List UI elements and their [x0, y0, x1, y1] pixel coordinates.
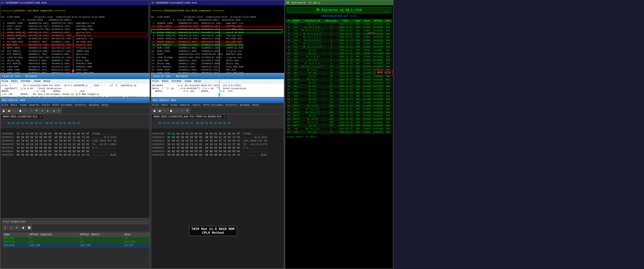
hex-toolbar-2[interactable]: 💾 📂 ✂ 📋 ↩ ↪ 🔍 — [151, 107, 284, 114]
toolbar-btn-2[interactable]: 💾 — [152, 108, 157, 113]
mce-cell: 0xEF000 — [372, 127, 384, 131]
toolbar-btn[interactable]: ⬇ — [56, 108, 62, 113]
mce-row: 321067710 (4)7052008-04-28PRD0x10000x5E0… — [286, 124, 392, 127]
toolbar-btn[interactable]: ▶ — [45, 108, 50, 113]
hex-menu-history-2[interactable]: History — [226, 104, 237, 107]
toolbar-btn[interactable]: 💾 — [1, 108, 6, 113]
hex-toolbar-1[interactable]: 💾 📂 ✂ 📋 ↩ ↪ 🔍 ⚙ ▶ ◀ ⬇ — [1, 107, 149, 114]
hex-menu-search-2[interactable]: Search — [180, 104, 190, 107]
toolbar-btn-2[interactable]: ↩ — [174, 108, 179, 113]
toolbar-btn-2[interactable]: 📋 — [168, 108, 173, 113]
mce-cell: PRD — [354, 91, 362, 95]
hex-menu-tools[interactable]: Tools — [42, 104, 50, 107]
mce-cell: 0x1000 — [362, 105, 372, 108]
mce-cell: 0x1000 — [362, 88, 372, 91]
hex-tab-2[interactable]: 0086-2022_v11601702_mod-for-TRIM-in-RAID… — [151, 114, 228, 119]
hex-menu-edit[interactable]: Edit — [11, 104, 17, 107]
toolbar-btn[interactable]: ↪ — [29, 108, 34, 113]
mce-cell: 6F9 — [291, 82, 300, 85]
mce-cell: 6F2 — [291, 88, 300, 91]
notepad-menubar-2[interactable]: File Edit Format View Help — [151, 79, 284, 83]
mce-window[interactable]: MC Extractor v1.34.1 MC Extractor v1.34.… — [285, 0, 393, 269]
mce-cell: 1067A — [291, 108, 300, 111]
notepad-menu-edit-2[interactable]: Edit — [162, 80, 168, 83]
hex-menu-tools-2[interactable]: Tools — [192, 104, 201, 107]
mce-cell: 10 (4) — [300, 101, 325, 105]
notepad-menu-file[interactable]: File — [2, 80, 8, 83]
hex-menu-window-2[interactable]: Window — [240, 104, 250, 107]
notepad-menu-file-2[interactable]: File — [152, 80, 159, 83]
mce-cell: 04 (2) — [300, 49, 325, 52]
mce-cell: Yes — [384, 131, 392, 134]
fc-btn[interactable]: ⬆ — [3, 225, 8, 230]
hex-menu-file-2[interactable]: File — [152, 104, 159, 107]
hex-header-1: 00 01 02 03 04 05 06 07 08 09 0a 0b 0c 0… — [1, 119, 149, 128]
hex-menubar-1[interactable]: File Edit View Search Tools NTFS Streams… — [1, 103, 149, 107]
notepad-menu-help-2[interactable]: Help — [194, 80, 201, 83]
toolbar-btn[interactable]: ↩ — [23, 108, 28, 113]
mce-row: 4F439D (0,2,3,4,7)52005-04-21PRD0x8000x4… — [286, 32, 392, 36]
mce-cell: 3 — [325, 29, 338, 32]
hex-tab-close-2[interactable]: ✕ — [224, 115, 226, 118]
fc-btn[interactable]: ⬇ — [9, 225, 14, 230]
hex-editor-1[interactable]: Hex Editor Neo File Edit View Search Too… — [0, 97, 150, 269]
toolbar-btn[interactable]: ◀ — [51, 108, 56, 113]
hex-menu-file[interactable]: File — [2, 104, 8, 107]
notepad-menu-help[interactable]: Help — [44, 80, 50, 83]
fc-btn[interactable]: 🔍 — [15, 225, 20, 230]
cmd-titlebar-1: C:\WINDOWS\system32\cmd.exe — [0, 0, 148, 5]
mce-cell: 9D (0,2,3,4,7) — [300, 32, 325, 36]
hex-content-2: 00000000 55 aa ea e9 52 19 00 08 00 09 0… — [151, 128, 284, 224]
mce-cell: PRD — [354, 124, 362, 127]
hex-menu-history[interactable]: History — [75, 104, 86, 107]
toolbar-btn[interactable]: 📋 — [18, 108, 23, 113]
cmd-window-1[interactable]: C:\WINDOWS\system32\cmd.exe ======== p35… — [0, 0, 149, 73]
toolbar-btn-2[interactable]: 🔍 — [185, 108, 190, 113]
toolbar-btn[interactable]: ⚙ — [40, 108, 45, 113]
fc-btn[interactable]: 📋 — [21, 225, 26, 230]
hex-menu-help[interactable]: Help — [102, 104, 108, 107]
toolbar-btn[interactable]: ✂ — [12, 108, 17, 113]
toolbar-btn-2[interactable]: ↪ — [179, 108, 185, 113]
hex-menu-ntfs[interactable]: NTFS Streams — [52, 104, 72, 107]
fc-btn[interactable]: 📊 — [27, 225, 32, 230]
hex-editor-2[interactable]: Hex Editor Neo File Edit View Search Too… — [151, 97, 284, 269]
hex-menu-ntfs-2[interactable]: NTFS Streams — [203, 104, 223, 107]
toolbar-btn[interactable]: 📂 — [7, 108, 12, 113]
mce-cell: 2005-09-10 — [338, 62, 354, 65]
notepad-menu-view[interactable]: View — [34, 80, 40, 83]
fc-toolbar[interactable]: ⬆ ⬇ 🔍 📋 📊 — [2, 224, 148, 231]
mce-row: 6F4A5C (2,3,4,6)42005-12-14PRD0x8000x448… — [286, 39, 392, 42]
hex-menubar-2[interactable]: File Edit View Search Tools NTFS Streams… — [151, 103, 284, 107]
hex-menu-view[interactable]: View — [20, 104, 26, 107]
notepad-menubar-1[interactable]: File Edit Format View Help — [1, 79, 149, 83]
notepad-menu-edit[interactable]: Edit — [11, 80, 18, 83]
hex-menu-edit-2[interactable]: Edit — [161, 104, 168, 107]
notepad-menu-format-2[interactable]: Format — [172, 80, 182, 83]
hex-menu-search[interactable]: Search — [29, 104, 39, 107]
hex-menu-window[interactable]: Window — [89, 104, 99, 107]
toolbar-btn[interactable]: 🔍 — [34, 108, 39, 113]
mce-cell: 0D (0,2,3) — [300, 127, 325, 131]
mce-cell: 2006-06-12 — [338, 78, 354, 82]
cmd-window-2[interactable]: C:\WINDOWS\system32\cmd.exe ======== P35… — [150, 0, 285, 73]
notepad-menu-view-2[interactable]: View — [185, 80, 191, 83]
mce-cell: Yes — [384, 91, 392, 95]
notepad-2[interactable]: raid_or.bin - Notepad File Edit Format V… — [151, 73, 284, 97]
notepad-menu-format[interactable]: Format — [21, 80, 31, 83]
mce-cell: 10 (4) — [300, 131, 325, 134]
notepad-1[interactable]: raid_or.bin - Notepad File Edit Format V… — [0, 73, 150, 97]
hex-tab-close-1[interactable]: ✕ — [40, 115, 42, 118]
mce-title: MC Extractor v1.34.1 — [287, 1, 320, 4]
mce-cell: 2007-03-29 — [338, 114, 354, 118]
toolbar-btn-2[interactable]: ✂ — [163, 108, 168, 113]
hex-tab-bar-2[interactable]: 0086-2022_v11601702_mod-for-TRIM-in-RAID… — [151, 114, 284, 119]
mce-cell: 2006-09-03 — [338, 88, 354, 91]
toolbar-btn-2[interactable]: 📂 — [157, 108, 162, 113]
mce-cell: R — [325, 59, 338, 62]
hex-tab-1[interactable]: 0086-2022_v11601702.bin ✕ — [1, 114, 44, 119]
hex-menu-view-2[interactable]: View — [171, 104, 177, 107]
hex-tab-bar-1[interactable]: 0086-2022_v11601702.bin ✕ — [1, 114, 149, 119]
mce-cell: PRD — [354, 131, 362, 134]
hex-menu-help-2[interactable]: Help — [252, 104, 259, 107]
